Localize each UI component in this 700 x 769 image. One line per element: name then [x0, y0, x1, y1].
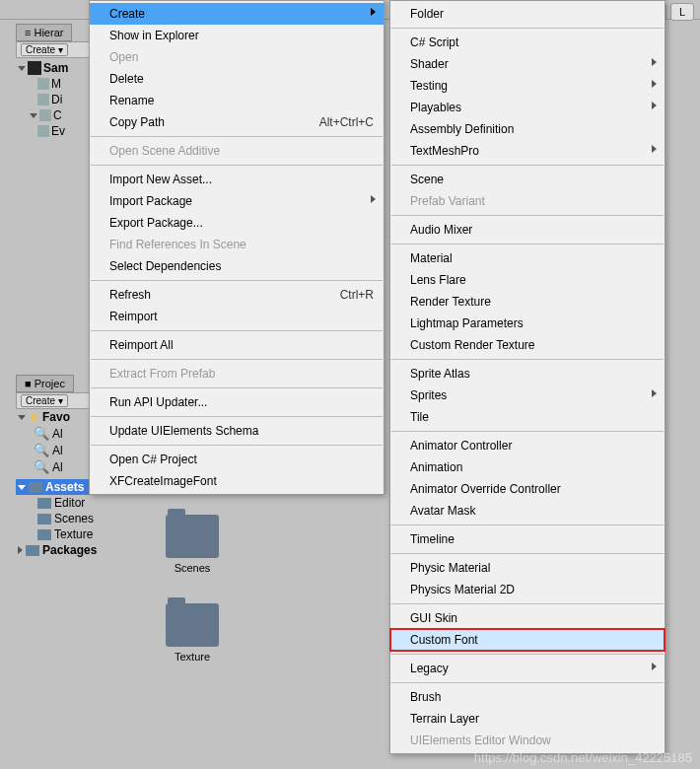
menu-item-shader[interactable]: Shader [390, 53, 665, 75]
expand-icon[interactable] [18, 485, 26, 490]
menu-item-run-api-updater[interactable]: Run API Updater... [90, 391, 384, 413]
expand-icon[interactable] [30, 113, 37, 118]
menu-item-render-texture[interactable]: Render Texture [390, 291, 665, 313]
project-create-button[interactable]: Create ▾ [21, 394, 68, 407]
menu-separator [391, 244, 664, 245]
menu-separator [391, 165, 664, 166]
folder-icon [37, 498, 51, 509]
watermark: https://blog.csdn.net/weixin_42225185 [474, 750, 692, 765]
menu-separator [91, 165, 383, 166]
menu-item-copy-path[interactable]: Copy PathAlt+Ctrl+C [90, 111, 384, 133]
menu-item-delete[interactable]: Delete [90, 68, 384, 90]
menu-item-playables[interactable]: Playables [390, 97, 665, 118]
menu-item-lens-flare[interactable]: Lens Flare [390, 269, 665, 291]
menu-item-custom-font[interactable]: Custom Font [390, 629, 665, 651]
menu-item-legacy[interactable]: Legacy [390, 658, 665, 679]
menu-item-sprites[interactable]: Sprites [390, 384, 665, 406]
menu-item-refresh[interactable]: RefreshCtrl+R [90, 284, 384, 306]
menu-item-audio-mixer[interactable]: Audio Mixer [390, 219, 665, 241]
menu-separator [91, 136, 383, 137]
menu-item-show-in-explorer[interactable]: Show in Explorer [90, 25, 384, 46]
expand-icon[interactable] [18, 415, 26, 420]
menu-item-export-package[interactable]: Export Package... [90, 212, 384, 234]
folder-row[interactable]: Scenes [16, 511, 134, 526]
menu-separator [391, 524, 664, 525]
content-folder[interactable]: Scenes [158, 515, 227, 574]
menu-item-assembly-definition[interactable]: Assembly Definition [390, 118, 665, 140]
menu-item-custom-render-texture[interactable]: Custom Render Texture [390, 334, 665, 356]
menu-item-import-new-asset[interactable]: Import New Asset... [90, 169, 384, 190]
menu-item-create[interactable]: Create [90, 3, 384, 25]
packages-folder[interactable]: Packages [16, 542, 134, 558]
menu-item-physic-material[interactable]: Physic Material [390, 557, 665, 579]
gameobject-icon [37, 78, 49, 90]
menu-item-open-c-project[interactable]: Open C# Project [90, 449, 384, 470]
search-icon: 🔍 [34, 459, 49, 474]
menu-item-rename[interactable]: Rename [90, 90, 384, 111]
menu-item-material[interactable]: Material [390, 247, 665, 269]
menu-separator [391, 28, 664, 29]
menu-separator [391, 553, 664, 554]
menu-item-scene[interactable]: Scene [390, 169, 665, 190]
menu-item-avatar-mask[interactable]: Avatar Mask [390, 500, 665, 522]
folder-icon [37, 529, 51, 540]
menu-item-animator-controller[interactable]: Animator Controller [390, 435, 665, 456]
menu-item-tile[interactable]: Tile [390, 406, 665, 428]
menu-item-reimport-all[interactable]: Reimport All [90, 334, 384, 356]
shortcut-label: Ctrl+R [340, 288, 374, 302]
folder-row[interactable]: Editor [16, 495, 134, 511]
menu-item-open: Open [90, 46, 384, 68]
menu-separator [91, 330, 383, 331]
star-icon: ★ [29, 410, 39, 424]
menu-item-c-script[interactable]: C# Script [390, 32, 665, 53]
top-button-l[interactable]: L [670, 3, 694, 21]
menu-separator [391, 359, 664, 360]
menu-separator [91, 445, 383, 446]
menu-item-timeline[interactable]: Timeline [390, 528, 665, 550]
expand-icon[interactable] [18, 546, 23, 554]
gameobject-icon [37, 125, 49, 137]
submenu-arrow-icon [652, 58, 657, 66]
menu-item-reimport[interactable]: Reimport [90, 306, 384, 327]
menu-separator [91, 359, 383, 360]
menu-item-physics-material-2d[interactable]: Physics Material 2D [390, 579, 665, 600]
folder-icon [166, 603, 219, 647]
content-folder[interactable]: Texture [158, 603, 227, 663]
create-submenu: FolderC# ScriptShaderTestingPlayablesAss… [389, 0, 665, 754]
menu-item-folder[interactable]: Folder [390, 3, 665, 25]
project-tab[interactable]: ■ Projec [16, 375, 74, 392]
hierarchy-create-button[interactable]: Create ▾ [21, 43, 68, 56]
menu-item-update-uielements-schema[interactable]: Update UIElements Schema [90, 420, 384, 442]
submenu-arrow-icon [652, 389, 657, 397]
menu-item-xfcreateimagefont[interactable]: XFCreateImageFont [90, 470, 384, 492]
scene-name: Sam [43, 61, 68, 75]
folder-icon [37, 514, 51, 524]
expand-icon[interactable] [18, 66, 26, 71]
project-content-grid: Editor Scenes Texture [138, 473, 385, 663]
folder-row[interactable]: Texture [16, 526, 134, 542]
submenu-arrow-icon [652, 80, 657, 88]
menu-item-import-package[interactable]: Import Package [90, 190, 384, 212]
menu-separator [91, 280, 383, 281]
menu-item-extract-from-prefab: Extract From Prefab [90, 363, 384, 384]
menu-item-prefab-variant: Prefab Variant [390, 190, 665, 212]
menu-item-gui-skin[interactable]: GUI Skin [390, 607, 665, 629]
menu-item-animator-override-controller[interactable]: Animator Override Controller [390, 478, 665, 500]
submenu-arrow-icon [371, 195, 376, 203]
gameobject-icon [37, 94, 49, 105]
menu-item-animation[interactable]: Animation [390, 456, 665, 478]
hierarchy-tab[interactable]: ≡ Hierar [16, 24, 72, 41]
context-menu-main: CreateShow in ExplorerOpenDeleteRenameCo… [89, 0, 385, 495]
search-icon: 🔍 [34, 426, 49, 441]
menu-item-brush[interactable]: Brush [390, 686, 665, 708]
shortcut-label: Alt+Ctrl+C [319, 115, 374, 129]
menu-item-textmeshpro[interactable]: TextMeshPro [390, 140, 665, 162]
menu-item-find-references-in-scene: Find References In Scene [90, 234, 384, 255]
menu-item-lightmap-parameters[interactable]: Lightmap Parameters [390, 313, 665, 334]
menu-item-uielements-editor-window: UIElements Editor Window [390, 730, 665, 751]
menu-item-sprite-atlas[interactable]: Sprite Atlas [390, 363, 665, 384]
folder-icon [29, 482, 42, 493]
menu-item-testing[interactable]: Testing [390, 75, 665, 97]
menu-item-select-dependencies[interactable]: Select Dependencies [90, 255, 384, 277]
menu-item-terrain-layer[interactable]: Terrain Layer [390, 708, 665, 730]
